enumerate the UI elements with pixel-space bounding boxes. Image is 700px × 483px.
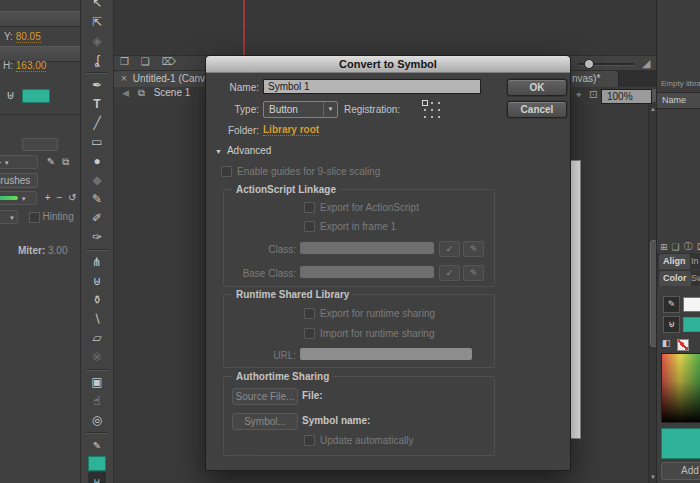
- pen-tool-icon[interactable]: ✒: [81, 76, 113, 95]
- edit-base-class-button[interactable]: ✎: [463, 265, 484, 281]
- import-runtime-checkbox[interactable]: [304, 328, 315, 339]
- new-folder-icon[interactable]: ❏: [141, 56, 150, 67]
- new-layer-icon[interactable]: ❐: [120, 56, 129, 67]
- plus-icon[interactable]: +: [45, 192, 51, 203]
- slice-scaling-checkbox[interactable]: [221, 166, 232, 177]
- validate-base-class-button[interactable]: ✓: [439, 265, 460, 281]
- advanced-toggle[interactable]: ▼Advanced: [215, 145, 271, 156]
- hinting-checkbox[interactable]: [29, 212, 40, 223]
- tab-color[interactable]: Color: [659, 271, 691, 286]
- timeline-panel[interactable]: [114, 0, 656, 55]
- bone-tool-icon[interactable]: ⋔: [81, 253, 113, 272]
- paint-bucket-tool-icon[interactable]: ⊎: [81, 272, 113, 291]
- section-divider[interactable]: [0, 11, 80, 27]
- stroke-color-button[interactable]: ✎: [663, 296, 680, 313]
- stroke-color-swatch[interactable]: [88, 456, 106, 471]
- edit-symbols-icon[interactable]: ⊡: [589, 89, 597, 100]
- ok-button[interactable]: OK: [507, 79, 567, 96]
- group-title: ActionScript Linkage: [232, 184, 340, 195]
- base-class-field[interactable]: [300, 266, 434, 278]
- validate-class-button[interactable]: ✓: [439, 241, 460, 257]
- color-gradient-field[interactable]: [661, 353, 700, 423]
- stroke-color-swatch[interactable]: [683, 297, 700, 312]
- url-label: URL:: [224, 350, 296, 361]
- folder-link[interactable]: Library root: [263, 124, 319, 136]
- timeline-playhead[interactable]: [243, 0, 245, 55]
- library-name-column-header[interactable]: Name: [657, 92, 700, 109]
- new-symbol-icon[interactable]: ⊞: [660, 242, 668, 252]
- registration-grid[interactable]: [421, 99, 442, 120]
- add-swatch-button[interactable]: Add: [661, 462, 700, 480]
- no-color-icon[interactable]: [677, 339, 689, 351]
- selection-tool-icon[interactable]: ↖: [81, 0, 113, 13]
- type-dropdown[interactable]: Button ▼: [263, 101, 338, 118]
- text-tool-icon[interactable]: T: [81, 95, 113, 114]
- ink-bottle-tool-icon[interactable]: ⚱: [81, 291, 113, 310]
- pencil-tool-icon[interactable]: ✎: [81, 190, 113, 209]
- chevron-down-icon[interactable]: ▼: [323, 102, 337, 117]
- symbol-name-input[interactable]: Symbol 1: [263, 79, 481, 94]
- black-white-icon[interactable]: ◧: [662, 338, 671, 348]
- edit-class-button[interactable]: ✎: [463, 241, 484, 257]
- paint-brush-tool-icon[interactable]: ✑: [81, 228, 113, 247]
- edit-stroke-icon[interactable]: ✎: [47, 156, 55, 167]
- zoom-tool-icon[interactable]: ◎: [81, 411, 113, 430]
- delete-layer-icon[interactable]: ⌦: [162, 56, 176, 67]
- lasso-tool-icon[interactable]: ʆ: [81, 51, 113, 70]
- fill-color-swatch[interactable]: [22, 89, 50, 103]
- cancel-button[interactable]: Cancel: [507, 101, 567, 118]
- y-value[interactable]: 80.05: [16, 31, 41, 43]
- center-stage-icon[interactable]: ⌖: [576, 89, 582, 101]
- rectangle-tool-icon[interactable]: ▭: [81, 133, 113, 152]
- symbol-button[interactable]: Symbol...: [232, 413, 298, 430]
- paint-bucket-icon[interactable]: ⊎: [6, 88, 15, 102]
- oval-tool-icon[interactable]: ●: [81, 152, 113, 171]
- animate-workspace: Y: 80.05 H: 163.00 ⊎ — ▼ ✎ ⧉ Brushes ▼ +…: [0, 0, 700, 483]
- brushes-button[interactable]: Brushes: [0, 173, 38, 188]
- tab-swatches[interactable]: Sw: [691, 273, 700, 283]
- stroke-style-dropdown[interactable]: — ▼: [0, 155, 38, 169]
- cap-dropdown[interactable]: ▼: [0, 210, 18, 224]
- tab-info[interactable]: In: [691, 256, 699, 266]
- brush-tool-icon[interactable]: ✐: [81, 209, 113, 228]
- rotate-3d-tool-icon[interactable]: ◈: [81, 32, 113, 51]
- fill-color-swatch[interactable]: [683, 317, 700, 332]
- delete-item-icon[interactable]: ⌦: [697, 242, 700, 252]
- timeline-zoom-ramp-icon[interactable]: ◢: [642, 57, 650, 70]
- tab-align[interactable]: Align: [659, 254, 690, 269]
- reset-icon[interactable]: ↺: [68, 192, 76, 203]
- eraser-tool-icon[interactable]: ▱: [81, 329, 113, 348]
- item-properties-icon[interactable]: ⓘ: [684, 240, 693, 253]
- layers-icon[interactable]: ⧉: [62, 156, 69, 167]
- export-frame-checkbox[interactable]: [304, 221, 315, 232]
- h-value[interactable]: 163.00: [16, 60, 47, 72]
- update-automatically-checkbox[interactable]: [304, 435, 315, 446]
- url-field[interactable]: [300, 348, 472, 360]
- line-tool-icon[interactable]: ╱: [81, 114, 113, 133]
- hand-tool-icon[interactable]: ☝: [81, 392, 113, 411]
- new-folder-icon[interactable]: ❏: [672, 242, 680, 252]
- stroke-color-pencil-icon[interactable]: ✎: [81, 436, 113, 455]
- export-actionscript-checkbox[interactable]: [304, 202, 315, 213]
- document-tab-title-right: nvas)*: [572, 71, 600, 87]
- timeline-zoom-knob[interactable]: [584, 59, 594, 69]
- export-runtime-checkbox[interactable]: [304, 308, 315, 319]
- camera-tool-icon[interactable]: ▣: [81, 373, 113, 392]
- export-runtime-label: Export for runtime sharing: [320, 308, 435, 319]
- back-arrow-icon[interactable]: ◀: [122, 88, 129, 98]
- stage-zoom-dropdown[interactable]: 100% ▼: [601, 89, 652, 104]
- class-field[interactable]: [300, 242, 434, 254]
- miter-value[interactable]: 3.00: [48, 245, 67, 256]
- dialog-title[interactable]: Convert to Symbol: [206, 56, 570, 73]
- fill-color-bucket-icon[interactable]: ⊎: [88, 472, 106, 483]
- subselection-tool-icon[interactable]: ⇱: [81, 13, 113, 32]
- minus-icon[interactable]: −: [56, 192, 62, 203]
- fill-color-button[interactable]: ⊎: [663, 316, 680, 333]
- close-tab-icon[interactable]: ×: [121, 73, 127, 84]
- polystar-tool-icon[interactable]: ◆: [81, 171, 113, 190]
- source-file-button[interactable]: Source File...: [232, 388, 298, 405]
- spray-brush-tool-icon[interactable]: ※: [81, 348, 113, 367]
- scene-label[interactable]: Scene 1: [154, 87, 191, 98]
- width-profile-dropdown[interactable]: ▼: [0, 191, 37, 205]
- eyedropper-tool-icon[interactable]: ∖: [81, 310, 113, 329]
